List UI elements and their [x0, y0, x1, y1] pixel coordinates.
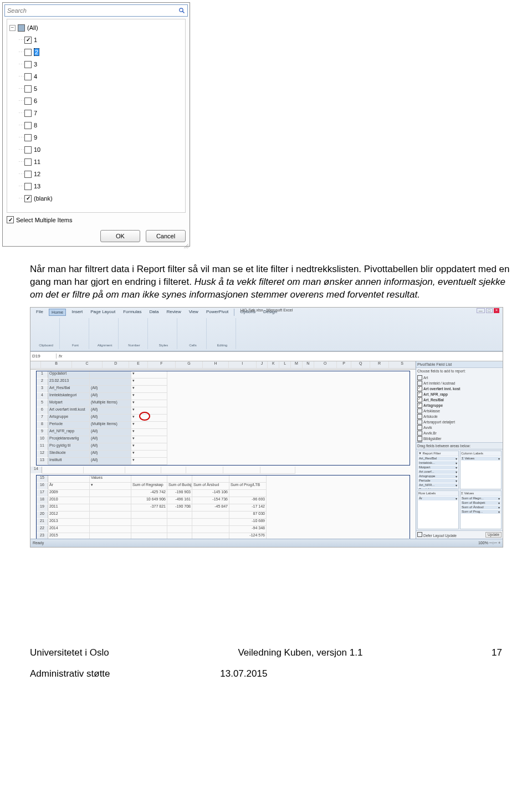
- area-values[interactable]: Σ ValuesSum of Regn...▾Sum of Budsjett▾S…: [460, 490, 502, 529]
- cell[interactable]: Periode: [48, 422, 90, 429]
- ribbon-tab[interactable]: Data: [147, 309, 161, 316]
- cell[interactable]: [90, 490, 131, 497]
- item-checkbox[interactable]: [24, 122, 32, 129]
- select-multiple-row[interactable]: Select Multiple Items: [7, 216, 186, 223]
- tree-all-item[interactable]: − (All): [9, 22, 183, 34]
- cell[interactable]: (All): [90, 451, 131, 458]
- defer-checkbox[interactable]: Defer Layout Update: [417, 532, 457, 538]
- area-item[interactable]: Sum of Prog...▾: [461, 510, 500, 514]
- cell[interactable]: ▾: [131, 443, 167, 451]
- ok-button[interactable]: OK: [100, 230, 140, 242]
- cell[interactable]: [131, 533, 167, 539]
- cell[interactable]: (Multiple Items): [90, 422, 131, 429]
- ribbon-tab[interactable]: Review: [164, 309, 183, 316]
- cell[interactable]: [90, 371, 131, 379]
- area-item[interactable]: Periode▾: [418, 479, 458, 483]
- field-list-item[interactable]: Artskode: [417, 414, 502, 420]
- cell[interactable]: 2011: [48, 504, 90, 512]
- cell[interactable]: [167, 526, 192, 533]
- area-item[interactable]: År▾: [418, 497, 458, 500]
- field-list-item[interactable]: Art inntekt / kostnad: [417, 381, 502, 386]
- field-list-item[interactable]: Avvik.Br: [417, 431, 502, 436]
- cell[interactable]: 2012: [48, 512, 90, 519]
- cell[interactable]: [48, 475, 90, 483]
- cell[interactable]: [131, 475, 167, 483]
- cell[interactable]: -198 903: [167, 490, 192, 497]
- cell[interactable]: ▾: [131, 429, 167, 436]
- area-item[interactable]: Art_Res/Bal▾: [418, 457, 458, 461]
- cell[interactable]: ▾: [131, 386, 167, 393]
- item-checkbox[interactable]: [24, 85, 32, 93]
- field-list-item[interactable]: Art: [417, 375, 502, 381]
- field-list-item[interactable]: Artsgruppe: [417, 403, 502, 408]
- cell[interactable]: ▾: [131, 400, 167, 407]
- cell[interactable]: Stedkode: [48, 451, 90, 458]
- field-checkbox[interactable]: [417, 408, 422, 413]
- tree-item[interactable]: ⋯6: [9, 95, 183, 107]
- search-icon[interactable]: [178, 7, 186, 14]
- area-item[interactable]: Art overf...▾: [418, 470, 458, 474]
- column-header[interactable]: O: [314, 361, 337, 369]
- cell[interactable]: [167, 475, 192, 483]
- search-box[interactable]: [4, 4, 188, 17]
- cell[interactable]: -496 161: [167, 497, 192, 504]
- cell[interactable]: ▾: [131, 422, 167, 429]
- ribbon-group[interactable]: Styles: [150, 318, 177, 349]
- field-checkbox[interactable]: [417, 414, 422, 419]
- zoom-controls[interactable]: 100% ─○─ +: [478, 541, 500, 545]
- cell[interactable]: [192, 526, 229, 533]
- area-item[interactable]: Inntektsk...▾: [418, 461, 458, 465]
- cell[interactable]: [192, 533, 229, 539]
- cell[interactable]: (All): [90, 407, 131, 415]
- ribbon-group[interactable]: Cells: [180, 318, 207, 349]
- field-checkbox[interactable]: [417, 397, 422, 402]
- cell[interactable]: [167, 519, 192, 526]
- cell[interactable]: 2014: [48, 526, 90, 533]
- area-item[interactable]: Sum of Budsjett▾: [461, 501, 500, 505]
- field-checkbox[interactable]: [417, 386, 422, 391]
- field-list-item[interactable]: Art_NFR_rapp: [417, 392, 502, 397]
- cell[interactable]: [192, 519, 229, 526]
- cell[interactable]: Motpart: [48, 400, 90, 407]
- column-header[interactable]: E: [129, 361, 148, 369]
- filter-tree[interactable]: − (All) ⋯1⋯2⋯3⋯4⋯5⋯6⋯7⋯8⋯9⋯10⋯11⋯12⋯13⋯(…: [7, 19, 186, 213]
- cell[interactable]: [229, 475, 267, 483]
- cell[interactable]: [192, 512, 229, 519]
- cell[interactable]: År: [48, 483, 90, 490]
- item-checkbox[interactable]: [24, 146, 32, 154]
- cell[interactable]: -17 142: [229, 504, 267, 512]
- cell[interactable]: -377 821: [131, 504, 167, 512]
- cell[interactable]: [90, 504, 131, 512]
- column-header[interactable]: Q: [351, 361, 370, 369]
- cell[interactable]: -124 576: [229, 533, 267, 539]
- ribbon-tab[interactable]: File: [34, 309, 45, 316]
- area-item[interactable]: Σ Values▾: [461, 457, 500, 461]
- area-item[interactable]: Art_NFR...▾: [418, 483, 458, 487]
- pivot-field-list[interactable]: PivotTable Field List Choose fields to a…: [416, 361, 503, 539]
- cell[interactable]: -154 736: [192, 497, 229, 504]
- close-icon[interactable]: ×: [494, 308, 499, 313]
- field-checkbox[interactable]: [417, 431, 422, 436]
- cell[interactable]: -190 708: [167, 504, 192, 512]
- tree-item[interactable]: ⋯(blank): [9, 192, 183, 204]
- ribbon-group[interactable]: Editing: [209, 318, 236, 349]
- cell[interactable]: Inntektskategori: [48, 393, 90, 400]
- cell[interactable]: ▾: [90, 483, 131, 490]
- cell[interactable]: 87 030: [229, 512, 267, 519]
- cell[interactable]: 2015: [48, 533, 90, 539]
- cell[interactable]: [42, 467, 84, 474]
- field-list-item[interactable]: Artsrapport detaljert: [417, 420, 502, 425]
- cell[interactable]: (All): [90, 458, 131, 465]
- cell[interactable]: [131, 519, 167, 526]
- collapse-icon[interactable]: −: [9, 25, 16, 31]
- field-checkbox[interactable]: [417, 381, 422, 386]
- tree-item[interactable]: ⋯4: [9, 70, 183, 83]
- column-header[interactable]: J: [257, 361, 268, 369]
- field-checkbox[interactable]: [417, 420, 422, 425]
- field-list-item[interactable]: Bibligskiller: [417, 436, 502, 442]
- column-header[interactable]: G: [176, 361, 203, 369]
- column-header[interactable]: [30, 361, 41, 369]
- cell[interactable]: [90, 519, 131, 526]
- area-report_filter[interactable]: ▼ Report FilterArt_Res/Bal▾Inntektsk...▾…: [417, 451, 459, 489]
- column-header[interactable]: N: [303, 361, 314, 369]
